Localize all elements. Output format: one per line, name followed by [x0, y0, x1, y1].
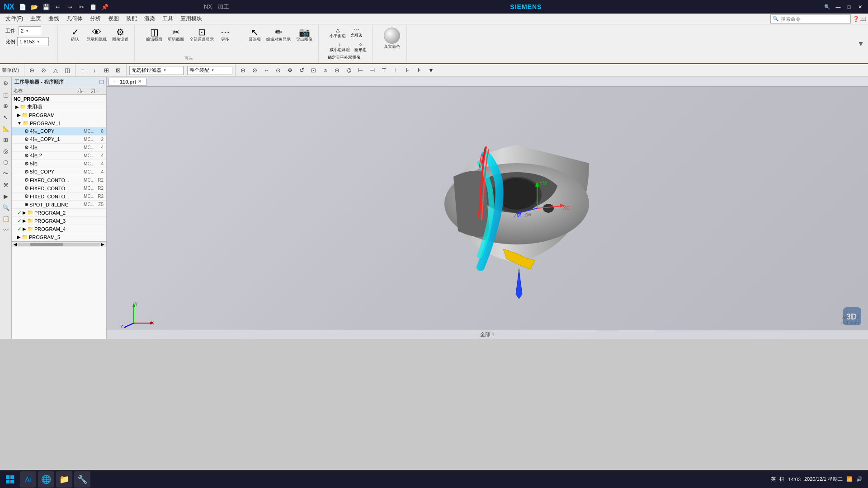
task-app-files[interactable]: 📁: [56, 471, 72, 488]
tb-deselect[interactable]: ⊘: [250, 66, 260, 75]
nav-item-fixed1[interactable]: ⚙ FIXED_CONTO... MC... R2: [12, 176, 106, 184]
tb-rotate[interactable]: ↺: [297, 66, 307, 75]
nav-item-4axis[interactable]: ⚙ 4轴 MC... 4: [12, 144, 106, 152]
nav-item-program1[interactable]: ▼ 📁 PROGRAM_1: [12, 119, 106, 127]
circle-edge-btn[interactable]: ○ 圆形边: [353, 41, 368, 54]
command-search[interactable]: 🔍: [770, 14, 851, 23]
display-hide-btn[interactable]: 👁 显示和隐藏: [84, 26, 109, 44]
side-icon-routing[interactable]: 〰: [0, 225, 11, 235]
tb-layer[interactable]: ⊢: [356, 66, 366, 75]
scale-dropdown[interactable]: 1.6153 ▼: [17, 37, 49, 46]
nav-item-fixed2[interactable]: ⚙ FIXED_CONTO... MC... R2: [12, 184, 106, 192]
nav-nc-program[interactable]: NC_PROGRAM: [12, 95, 106, 103]
tb-origin[interactable]: ⊥: [391, 66, 401, 75]
tb-invert[interactable]: ↔: [262, 66, 272, 75]
menu-assembly[interactable]: 装配: [123, 14, 141, 23]
tb-icon-open[interactable]: 📂: [29, 2, 39, 12]
tb-icon-new[interactable]: 📄: [18, 2, 28, 12]
menu-curve[interactable]: 曲线: [45, 14, 63, 23]
side-icon-select[interactable]: ↖: [0, 112, 11, 122]
image-settings-btn[interactable]: ⚙ 图像设置: [110, 26, 131, 44]
workpiece-selector[interactable]: 工件: 2 ▼: [5, 26, 41, 35]
nav-item-program[interactable]: ▶ 📁 PROGRAM: [12, 111, 106, 119]
tb-small-4[interactable]: ◫: [62, 66, 72, 75]
side-icon-sim[interactable]: ▶: [0, 191, 11, 202]
tb-csys[interactable]: ⊤: [379, 66, 389, 75]
docs-btn[interactable]: 📖: [859, 16, 866, 22]
menu-render[interactable]: 渲染: [141, 14, 159, 23]
task-app-browser[interactable]: 🌐: [38, 471, 54, 488]
nav-item-fixed3[interactable]: ⚙ FIXED_CONTO... MC... R2: [12, 192, 106, 201]
task-app-nx[interactable]: Ai: [20, 471, 36, 488]
nav-item-4copy1[interactable]: ⚙ 4轴_COPY_1 MC... 2: [12, 136, 106, 144]
search-input[interactable]: [781, 16, 849, 22]
win-maximize[interactable]: □: [844, 2, 854, 11]
nav-item-5copy[interactable]: ⚙ 5轴_COPY MC... 4: [12, 168, 106, 176]
tb-small-5[interactable]: ↑: [78, 66, 88, 75]
reduce-render-btn[interactable]: ↓ 减小边涂渲: [328, 41, 352, 54]
smooth-edge-btn[interactable]: 〰 光顺边: [349, 26, 364, 40]
side-icon-solid[interactable]: ⬡: [0, 157, 11, 168]
nav-item-program2[interactable]: ✓ ▶ 📁 PROGRAM_2: [12, 209, 106, 217]
tb-small-7[interactable]: ⊞: [102, 66, 112, 75]
tb-ref[interactable]: ⊣: [368, 66, 377, 75]
tb-wcs[interactable]: ⌬: [344, 66, 354, 75]
menu-file[interactable]: 文件(F): [2, 14, 27, 23]
nav-item-4copy[interactable]: ⚙ 4轴_COPY MC... 8: [12, 127, 106, 136]
tb-icon-save[interactable]: 💾: [41, 2, 51, 12]
edit-obj-btn[interactable]: ✏ 编辑对象显示: [264, 26, 293, 44]
side-icon-sheet[interactable]: 📋: [0, 213, 11, 224]
viewport-3d[interactable]: ← 110.prt ✕: [107, 77, 868, 339]
nav-item-program5[interactable]: ▶ 📁 PROGRAM_5: [12, 233, 106, 241]
tb-mirror[interactable]: ⌽: [321, 66, 330, 75]
tb-icon-cut[interactable]: ✂: [76, 2, 86, 12]
side-icon-assembly[interactable]: ⊞: [0, 134, 11, 145]
side-icon-surface[interactable]: 〜: [0, 168, 11, 179]
flat-edge-btn[interactable]: △ 小平面边: [328, 26, 348, 40]
nav-item-program3[interactable]: ✓ ▶ 📁 PROGRAM_3: [12, 217, 106, 225]
tb-small-2[interactable]: ⊘: [39, 66, 49, 75]
all-pass-btn[interactable]: ⊡ 全部通道显示: [187, 26, 216, 44]
tb-icon-copy[interactable]: 📋: [88, 2, 98, 12]
tb-snap[interactable]: ⊙: [274, 66, 283, 75]
win-minimize[interactable]: —: [834, 2, 843, 11]
nav-item-4axis2[interactable]: ⚙ 4轴-2 MC... 4: [12, 152, 106, 160]
tb-move[interactable]: ✥: [285, 66, 295, 75]
scope-dropdown[interactable]: 整个装配 ▼: [187, 66, 232, 75]
cut-section-btn[interactable]: ✂ 剪切截面: [165, 26, 186, 44]
nav-item-unused[interactable]: ▶ 📁 未用项: [12, 103, 106, 111]
side-icon-cam[interactable]: ⚒: [0, 179, 11, 190]
side-icon-feature[interactable]: ◎: [0, 145, 11, 156]
tb-small-3[interactable]: △: [51, 66, 61, 75]
side-icon-view[interactable]: ◫: [0, 89, 11, 100]
confirm-btn[interactable]: ✓ 确认: [67, 26, 83, 44]
tb-icon-paste[interactable]: 📌: [100, 2, 110, 12]
nav-item-program4[interactable]: ✓ ▶ 📁 PROGRAM_4: [12, 225, 106, 233]
view-tab-110[interactable]: ← 110.prt ✕: [108, 78, 146, 86]
select-btn[interactable]: ↖ 普选项: [246, 26, 263, 44]
ribbon-more[interactable]: ▼: [857, 25, 864, 62]
tb-scale[interactable]: ⊡: [309, 66, 319, 75]
menu-home[interactable]: 主页: [27, 14, 45, 23]
nav-scrollbar[interactable]: ◀ ▶: [12, 241, 106, 247]
tb-more2[interactable]: ▼: [426, 66, 436, 75]
task-app-tools[interactable]: 🔧: [74, 471, 90, 488]
menu-geometry[interactable]: 几何体: [63, 14, 86, 23]
tb-small-6[interactable]: ↓: [90, 66, 100, 75]
tb-select[interactable]: ⊕: [238, 66, 248, 75]
scroll-right-icon[interactable]: ▶: [101, 242, 104, 247]
workpiece-dropdown[interactable]: 2 ▼: [19, 26, 41, 35]
export-img-btn[interactable]: 📷 导出图像: [294, 26, 315, 44]
nav-item-spot[interactable]: ⊕ SPOT_DRILLING MC... Z5: [12, 201, 106, 209]
help-btn[interactable]: ❓: [853, 16, 859, 22]
menu-analysis[interactable]: 分析: [86, 14, 104, 23]
menu-tools[interactable]: 工具: [159, 14, 177, 23]
menu-app-modules[interactable]: 应用模块: [177, 14, 206, 23]
menu-m-label[interactable]: 菜单(M): [2, 67, 19, 74]
tray-network-icon[interactable]: 📶: [846, 476, 853, 482]
side-icon-add[interactable]: ⊕: [0, 100, 11, 111]
win-search[interactable]: 🔍: [823, 2, 832, 11]
navigator-collapse-icon[interactable]: □: [100, 78, 104, 85]
edit-section-btn[interactable]: ◫ 编辑截面: [144, 26, 165, 44]
tb-icon-redo[interactable]: ↪: [65, 2, 75, 12]
